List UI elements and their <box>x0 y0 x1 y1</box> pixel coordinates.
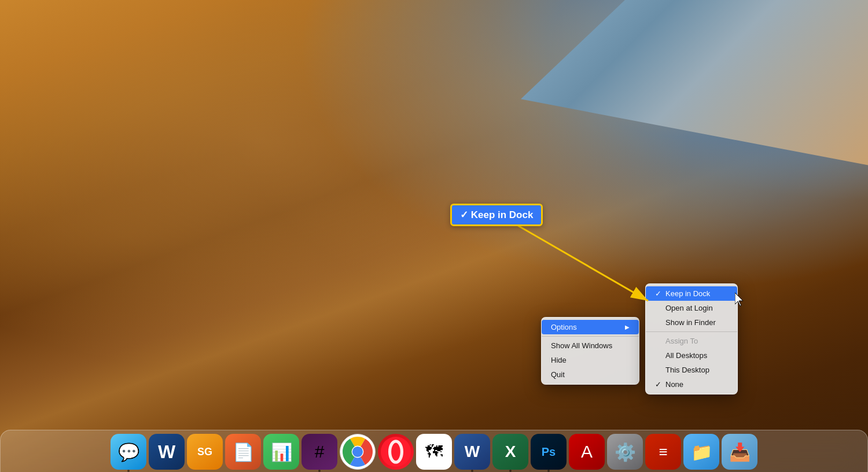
submenu-separator-1 <box>646 331 737 332</box>
annotation-arrow <box>0 0 868 472</box>
submenu-item-none[interactable]: ✓None <box>646 377 737 392</box>
dock-app-downloads[interactable]: 📥 <box>722 434 757 470</box>
submenu-item-open-at-login[interactable]: Open at Login <box>646 301 737 315</box>
checkmark-icon: ✓ <box>655 289 663 298</box>
dock-app-excel[interactable]: X <box>492 434 528 470</box>
desktop: ✓ Keep in Dock Options ▶ Show All Window… <box>0 0 868 472</box>
context-menu-item-show-all-windows[interactable]: Show All Windows <box>542 338 639 353</box>
dock-running-indicator-slack <box>318 470 321 472</box>
dock-app-pages[interactable]: 📄 <box>225 434 261 470</box>
context-menu-item-hide[interactable]: Hide <box>542 353 639 367</box>
dock-app-messages[interactable]: 💬 <box>111 434 146 470</box>
dock-running-indicator-word <box>471 470 473 472</box>
dock-app-folder[interactable]: 📁 <box>683 434 719 470</box>
dock-app-photoshop[interactable]: Ps <box>531 434 567 470</box>
submenu-item-all-desktops[interactable]: All Desktops <box>646 348 737 363</box>
svg-line-1 <box>518 226 648 301</box>
callout-text: ✓ Keep in Dock <box>460 209 533 220</box>
dock-app-opera[interactable] <box>378 434 414 470</box>
dock-app-msword[interactable]: W <box>454 434 490 470</box>
context-menu-sub-options: ✓Keep in Dock Open at Login Show in Find… <box>645 283 738 394</box>
svg-point-4 <box>352 447 363 457</box>
dock-app-gmaps[interactable]: 🗺 <box>416 434 452 470</box>
checkmark-none-icon: ✓ <box>655 380 663 389</box>
dock-running-indicator-ps <box>547 470 550 472</box>
menu-separator-1 <box>542 336 639 337</box>
dock-app-red-toolbar[interactable]: ≡ <box>645 434 681 470</box>
dock-running-indicator <box>127 470 130 472</box>
submenu-item-assign-to-label: Assign To <box>646 334 737 348</box>
dock-app-sg[interactable]: SG <box>187 434 223 470</box>
callout-label: ✓ Keep in Dock <box>450 204 543 226</box>
dock-app-word-w[interactable]: W <box>149 434 185 470</box>
dock-running-indicator-excel <box>509 470 512 472</box>
dock-app-acrobat[interactable]: A <box>569 434 605 470</box>
submenu-item-this-desktop[interactable]: This Desktop <box>646 363 737 377</box>
dock: 💬 W SG 📄 📊 # <box>0 430 868 472</box>
context-menu-item-options[interactable]: Options ▶ <box>542 320 639 334</box>
dock-app-chrome[interactable] <box>340 434 376 470</box>
submenu-item-show-in-finder[interactable]: Show in Finder <box>646 315 737 330</box>
submenu-arrow-icon: ▶ <box>625 324 630 330</box>
context-menu-main: Options ▶ Show All Windows Hide Quit <box>541 317 639 385</box>
dock-app-system-preferences[interactable]: ⚙️ <box>607 434 643 470</box>
dock-app-numbers[interactable]: 📊 <box>263 434 299 470</box>
submenu-item-keep-in-dock[interactable]: ✓Keep in Dock <box>646 286 737 301</box>
context-menu-item-quit[interactable]: Quit <box>542 367 639 382</box>
dock-app-slack[interactable]: # <box>301 434 337 470</box>
mouse-cursor <box>735 293 746 307</box>
